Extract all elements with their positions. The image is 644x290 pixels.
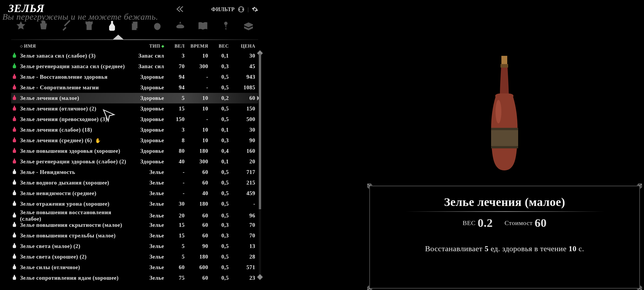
sort-indicator-icon: ◆ — [161, 44, 164, 48]
tab-keys[interactable] — [219, 19, 233, 33]
back-chevrons-icon[interactable] — [176, 6, 184, 12]
item-row[interactable]: Зелье - Невидимость Зелье - 60 0,5 717 — [11, 167, 258, 177]
item-row[interactable]: Зелье повышения стрельбы (малое) Зелье 1… — [11, 230, 258, 241]
col-value[interactable]: ЦЕНА — [229, 43, 255, 49]
tab-scrolls[interactable] — [128, 19, 141, 33]
item-row[interactable]: Зелье силы (отличное) Зелье 60 600 0,5 5… — [11, 262, 258, 273]
item-weight: 0,3 — [208, 63, 229, 70]
scrollbar[interactable] — [259, 53, 261, 277]
scrollbar-thumb[interactable] — [259, 53, 261, 209]
item-magnitude: 3 — [164, 127, 185, 133]
corner-ornament-icon — [632, 281, 642, 290]
filter-label[interactable]: ФИЛЬТР — [211, 6, 234, 13]
item-name: Зелье регенерации здоровья (слабое) (2) — [20, 158, 132, 165]
weight-label: ВЕС — [463, 219, 476, 227]
item-row[interactable]: Зелье регенерации здоровья (слабое) (2) … — [11, 156, 258, 167]
item-magnitude: 5 — [164, 243, 185, 249]
potion-icon — [11, 168, 18, 175]
item-duration: 60 — [185, 232, 208, 239]
item-row[interactable]: Зелье лечения (отличное) (2) Здоровье 15… — [11, 103, 258, 114]
item-type: Запас сил — [132, 53, 164, 59]
item-row[interactable]: Зелье невидимости (среднее) Зелье - 40 0… — [11, 188, 258, 199]
tab-misc[interactable] — [242, 19, 255, 33]
tab-armor[interactable] — [82, 19, 96, 33]
item-value: 90 — [229, 137, 255, 144]
item-weight: 0,4 — [208, 148, 229, 154]
item-duration: - — [185, 116, 208, 123]
item-value: 150 — [229, 105, 255, 112]
potion-icon — [11, 84, 18, 90]
item-weight: 0,5 — [208, 254, 229, 260]
item-value: 30 — [229, 127, 255, 133]
svg-rect-2 — [500, 64, 508, 68]
switch-view-icon[interactable] — [238, 6, 245, 13]
gear-icon[interactable] — [252, 6, 258, 13]
potion-icon — [11, 137, 18, 143]
item-type: Зелье — [132, 180, 164, 186]
col-mag[interactable]: ВЕЛ — [164, 43, 185, 49]
potion-icon — [11, 105, 18, 111]
item-name: Зелье силы (отличное) — [20, 264, 132, 271]
item-duration: 10 — [185, 127, 208, 133]
item-row[interactable]: Зелье света (хорошее) (2) Зелье 5 180 0,… — [11, 252, 258, 262]
item-duration: 60 — [185, 169, 208, 175]
item-magnitude: 3 — [164, 53, 185, 59]
svg-rect-5 — [491, 146, 518, 148]
col-dur[interactable]: ВРЕМЯ — [185, 43, 208, 49]
tab-ingredients[interactable] — [173, 19, 187, 33]
item-row[interactable]: Зелье отражения урона (хорошее) Зелье 30… — [11, 199, 258, 209]
item-type: Здоровье — [132, 158, 164, 165]
potion-icon — [11, 115, 18, 122]
potion-icon — [11, 52, 18, 58]
item-row[interactable]: Зелье света (малое) (2) Зелье 5 90 0,5 1… — [11, 241, 258, 252]
item-row[interactable]: Зелье повышения восстановления (слабое) … — [11, 209, 258, 220]
item-row[interactable]: Зелье - Восстановление здоровья Здоровье… — [11, 72, 258, 82]
item-name: Зелье света (малое) (2) — [20, 243, 132, 249]
item-magnitude: 75 — [164, 275, 185, 281]
item-row[interactable]: Зелье лечения (слабое) (18) Здоровье 3 1… — [11, 125, 258, 135]
item-duration: 60 — [185, 180, 208, 186]
item-magnitude: 15 — [164, 105, 185, 112]
item-row[interactable]: Зелье водного дыхания (хорошее) Зелье - … — [11, 177, 258, 188]
item-row[interactable]: Зелье регенерации запаса сил (среднее) З… — [11, 61, 258, 72]
potion-icon — [11, 242, 18, 249]
item-row[interactable]: Зелье лечения (малое) Здоровье 5 10 0,2 … — [11, 93, 258, 103]
item-weight: 0,5 — [208, 264, 229, 271]
item-card-title: Зелье лечения (малое) — [370, 195, 639, 209]
item-duration: 600 — [185, 264, 208, 271]
item-value: 13 — [229, 243, 255, 249]
item-weight: 0,3 — [208, 137, 229, 144]
item-duration: 180 — [185, 148, 208, 154]
item-weight: 0,3 — [208, 222, 229, 228]
item-type: Зелье — [132, 212, 164, 219]
item-weight: 0,1 — [208, 53, 229, 59]
potion-icon — [11, 158, 18, 164]
item-row[interactable]: Зелье лечения (среднее) (6)✋ Здоровье 8 … — [11, 135, 258, 146]
tab-weapons[interactable] — [60, 19, 73, 33]
tab-favorites[interactable] — [14, 19, 28, 33]
item-row[interactable]: Зелье запаса сил (слабое) (3) Запас сил … — [11, 51, 258, 61]
item-row[interactable]: Зелье лечения (превосходное) (3) Здоровь… — [11, 114, 258, 125]
item-weight: 0,5 — [208, 116, 229, 123]
col-weight[interactable]: ВЕС — [208, 43, 229, 49]
item-name: Зелье регенерации запаса сил (среднее) — [20, 63, 132, 70]
item-duration: - — [185, 84, 208, 91]
item-weight: 0,2 — [208, 95, 229, 101]
tab-books[interactable] — [196, 19, 210, 33]
item-row[interactable]: Зелье сопротивления ядам (хорошее) Зелье… — [11, 273, 258, 283]
grid-header[interactable]: ◇ИМЯ ТИП◆ ВЕЛ ВРЕМЯ ВЕС ЦЕНА — [11, 42, 258, 51]
item-row[interactable]: Зелье повышения здоровья (хорошее) Здоро… — [11, 146, 258, 156]
item-preview-image[interactable] — [479, 53, 529, 176]
item-type: Здоровье — [132, 84, 164, 91]
item-magnitude: 94 — [164, 84, 185, 91]
tab-food[interactable] — [151, 19, 164, 33]
tab-all[interactable] — [37, 19, 50, 33]
tab-potions[interactable] — [105, 19, 119, 33]
item-magnitude: 5 — [164, 95, 185, 101]
item-row[interactable]: Зелье - Сопротивление магии Здоровье 94 … — [11, 82, 258, 93]
item-type: Здоровье — [132, 148, 164, 154]
svg-point-6 — [495, 100, 501, 123]
item-weight: 0,5 — [208, 105, 229, 112]
item-weight: 0,1 — [208, 158, 229, 165]
item-weight: 0,5 — [208, 201, 229, 207]
